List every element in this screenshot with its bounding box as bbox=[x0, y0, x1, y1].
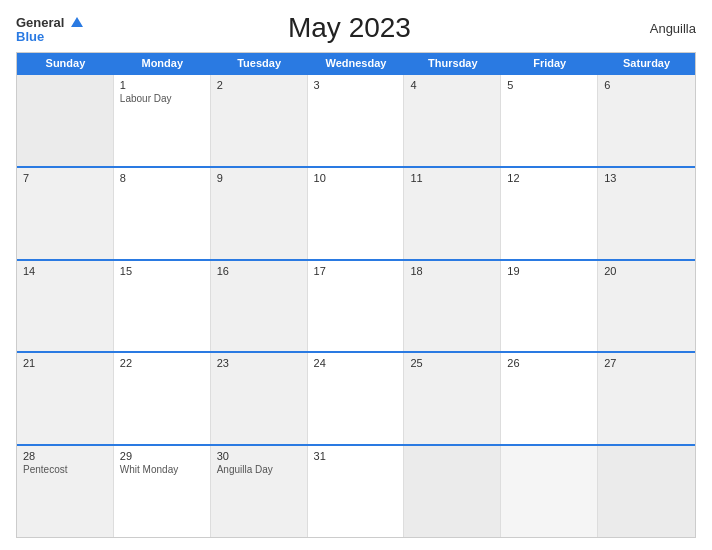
day-number: 12 bbox=[507, 172, 591, 184]
day-cell: 31 bbox=[308, 446, 405, 537]
day-number: 9 bbox=[217, 172, 301, 184]
day-event: Whit Monday bbox=[120, 464, 204, 475]
day-cell: 21 bbox=[17, 353, 114, 444]
day-cell: 3 bbox=[308, 75, 405, 166]
day-cell: 17 bbox=[308, 261, 405, 352]
day-number: 21 bbox=[23, 357, 107, 369]
day-cell: 26 bbox=[501, 353, 598, 444]
day-number: 24 bbox=[314, 357, 398, 369]
day-number: 25 bbox=[410, 357, 494, 369]
day-cell bbox=[404, 446, 501, 537]
day-cell: 20 bbox=[598, 261, 695, 352]
day-cell: 28Pentecost bbox=[17, 446, 114, 537]
day-cell: 2 bbox=[211, 75, 308, 166]
day-header-friday: Friday bbox=[501, 53, 598, 73]
week-row-4: 21222324252627 bbox=[17, 351, 695, 444]
day-header-thursday: Thursday bbox=[404, 53, 501, 73]
day-number: 27 bbox=[604, 357, 689, 369]
day-cell: 22 bbox=[114, 353, 211, 444]
day-event: Labour Day bbox=[120, 93, 204, 104]
day-cell: 16 bbox=[211, 261, 308, 352]
day-number: 11 bbox=[410, 172, 494, 184]
logo-triangle-icon bbox=[71, 17, 83, 27]
day-number: 23 bbox=[217, 357, 301, 369]
week-row-3: 14151617181920 bbox=[17, 259, 695, 352]
day-number: 30 bbox=[217, 450, 301, 462]
day-cell: 10 bbox=[308, 168, 405, 259]
day-number: 17 bbox=[314, 265, 398, 277]
day-cell: 6 bbox=[598, 75, 695, 166]
day-header-tuesday: Tuesday bbox=[211, 53, 308, 73]
day-cell: 25 bbox=[404, 353, 501, 444]
day-number: 16 bbox=[217, 265, 301, 277]
day-cell: 5 bbox=[501, 75, 598, 166]
day-number: 28 bbox=[23, 450, 107, 462]
day-header-monday: Monday bbox=[114, 53, 211, 73]
day-cell: 24 bbox=[308, 353, 405, 444]
day-cell: 19 bbox=[501, 261, 598, 352]
day-event: Pentecost bbox=[23, 464, 107, 475]
day-number: 14 bbox=[23, 265, 107, 277]
day-number: 8 bbox=[120, 172, 204, 184]
logo-general: General bbox=[16, 15, 64, 30]
logo: General Blue bbox=[16, 14, 83, 43]
day-number: 5 bbox=[507, 79, 591, 91]
logo-blue: Blue bbox=[16, 30, 83, 43]
week-row-5: 28Pentecost29Whit Monday30Anguilla Day31 bbox=[17, 444, 695, 537]
day-number: 20 bbox=[604, 265, 689, 277]
day-cell: 13 bbox=[598, 168, 695, 259]
day-cell: 11 bbox=[404, 168, 501, 259]
day-cell bbox=[501, 446, 598, 537]
day-number: 6 bbox=[604, 79, 689, 91]
day-cell: 4 bbox=[404, 75, 501, 166]
day-number: 3 bbox=[314, 79, 398, 91]
day-number: 29 bbox=[120, 450, 204, 462]
day-number: 31 bbox=[314, 450, 398, 462]
month-title: May 2023 bbox=[83, 12, 616, 44]
day-number: 15 bbox=[120, 265, 204, 277]
day-cell: 18 bbox=[404, 261, 501, 352]
day-cell: 15 bbox=[114, 261, 211, 352]
day-cell bbox=[17, 75, 114, 166]
day-number: 13 bbox=[604, 172, 689, 184]
logo-text: General bbox=[16, 14, 83, 30]
country-name: Anguilla bbox=[616, 21, 696, 36]
day-cell: 9 bbox=[211, 168, 308, 259]
header: General Blue May 2023 Anguilla bbox=[16, 12, 696, 44]
day-number: 1 bbox=[120, 79, 204, 91]
week-row-2: 78910111213 bbox=[17, 166, 695, 259]
day-header-wednesday: Wednesday bbox=[308, 53, 405, 73]
day-cell: 30Anguilla Day bbox=[211, 446, 308, 537]
day-number: 26 bbox=[507, 357, 591, 369]
calendar: SundayMondayTuesdayWednesdayThursdayFrid… bbox=[16, 52, 696, 538]
calendar-body: 1Labour Day23456789101112131415161718192… bbox=[17, 73, 695, 537]
day-number: 18 bbox=[410, 265, 494, 277]
day-cell: 1Labour Day bbox=[114, 75, 211, 166]
day-cell: 27 bbox=[598, 353, 695, 444]
day-number: 22 bbox=[120, 357, 204, 369]
day-cell: 14 bbox=[17, 261, 114, 352]
page: General Blue May 2023 Anguilla SundayMon… bbox=[0, 0, 712, 550]
day-number: 10 bbox=[314, 172, 398, 184]
day-cell: 12 bbox=[501, 168, 598, 259]
week-row-1: 1Labour Day23456 bbox=[17, 73, 695, 166]
day-number: 2 bbox=[217, 79, 301, 91]
day-cell: 8 bbox=[114, 168, 211, 259]
calendar-header: SundayMondayTuesdayWednesdayThursdayFrid… bbox=[17, 53, 695, 73]
day-number: 19 bbox=[507, 265, 591, 277]
day-number: 4 bbox=[410, 79, 494, 91]
day-number: 7 bbox=[23, 172, 107, 184]
day-header-saturday: Saturday bbox=[598, 53, 695, 73]
day-cell: 29Whit Monday bbox=[114, 446, 211, 537]
day-cell: 23 bbox=[211, 353, 308, 444]
day-event: Anguilla Day bbox=[217, 464, 301, 475]
day-cell: 7 bbox=[17, 168, 114, 259]
day-header-sunday: Sunday bbox=[17, 53, 114, 73]
day-cell bbox=[598, 446, 695, 537]
